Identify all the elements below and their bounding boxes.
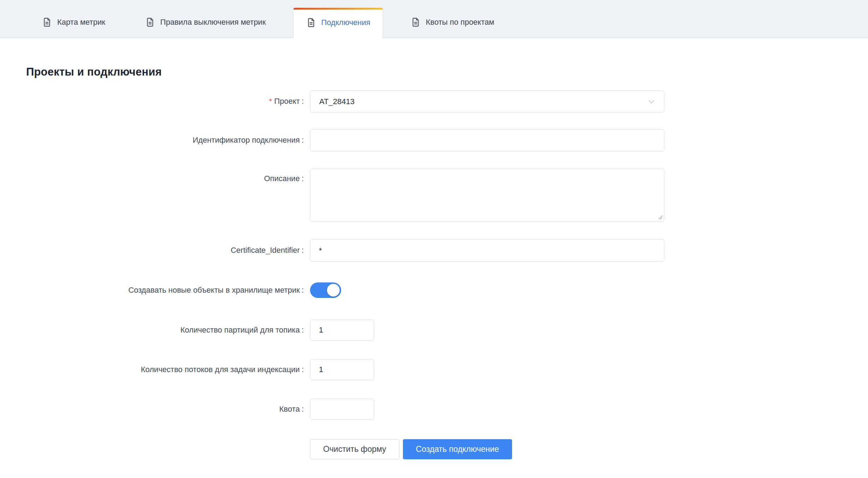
form-row-quota: Квота: — [26, 399, 868, 420]
create-objects-toggle[interactable] — [310, 282, 341, 298]
required-asterisk: * — [269, 97, 272, 106]
form-row-description: Описание: — [26, 169, 868, 222]
form-row-create-objects: Создавать новые объекты в хранилище метр… — [26, 282, 868, 298]
quota-label: Квота: — [26, 404, 304, 414]
tab-bar: Карта метрик Правила выключения метрик П… — [0, 0, 868, 38]
tab-panel-connections: Проекты и подключения *Проект: AT_28413 — [0, 66, 868, 459]
tab-label: Правила выключения метрик — [160, 18, 266, 27]
partitions-input[interactable] — [310, 319, 374, 341]
project-label: *Проект: — [26, 96, 304, 107]
project-select-value: AT_28413 — [319, 97, 355, 106]
document-icon — [306, 17, 316, 28]
threads-input[interactable] — [310, 359, 374, 380]
document-icon — [42, 17, 52, 28]
form-row-connection-id: Идентификатор подключения: — [26, 129, 868, 151]
tab-project-quotas[interactable]: Квоты по проектам — [398, 7, 506, 37]
certificate-input[interactable] — [310, 239, 664, 262]
form-row-actions: Очистить форму Создать подключение — [26, 439, 868, 459]
threads-label: Количество потоков для задачи индексации… — [26, 365, 304, 375]
tab-label: Квоты по проектам — [426, 18, 494, 27]
connection-id-label: Идентификатор подключения: — [26, 135, 304, 145]
app-window: Карта метрик Правила выключения метрик П… — [0, 0, 868, 478]
form-row-partitions: Количество партиций для топика: — [26, 319, 868, 341]
chevron-down-icon — [647, 97, 656, 106]
document-icon — [145, 17, 155, 28]
form-row-project: *Проект: AT_28413 — [26, 90, 868, 113]
active-tab-accent-bar — [293, 8, 383, 10]
tab-metric-disable-rules[interactable]: Правила выключения метрик — [133, 7, 278, 37]
tab-label: Подключения — [321, 18, 370, 27]
certificate-label: Certificate_Identifier: — [26, 245, 304, 256]
clear-form-button[interactable]: Очистить форму — [310, 439, 399, 459]
connection-id-input[interactable] — [310, 129, 664, 151]
form-row-threads: Количество потоков для задачи индексации… — [26, 359, 868, 380]
page-title: Проекты и подключения — [26, 66, 868, 78]
toggle-knob — [327, 284, 340, 297]
create-objects-label: Создавать новые объекты в хранилище метр… — [26, 285, 304, 295]
tab-metric-map[interactable]: Карта метрик — [30, 7, 117, 37]
description-textarea[interactable] — [310, 169, 664, 222]
quota-input[interactable] — [310, 399, 374, 420]
description-label: Описание: — [26, 169, 304, 184]
form-row-certificate: Certificate_Identifier: — [26, 239, 868, 262]
document-icon — [410, 17, 421, 28]
create-connection-button[interactable]: Создать подключение — [403, 439, 512, 459]
tab-label: Карта метрик — [57, 18, 105, 27]
connection-form: *Проект: AT_28413 Идентификатор подключе… — [26, 90, 868, 459]
tab-connections[interactable]: Подключения — [293, 8, 383, 38]
project-select[interactable]: AT_28413 — [310, 90, 664, 113]
partitions-label: Количество партиций для топика: — [26, 325, 304, 335]
